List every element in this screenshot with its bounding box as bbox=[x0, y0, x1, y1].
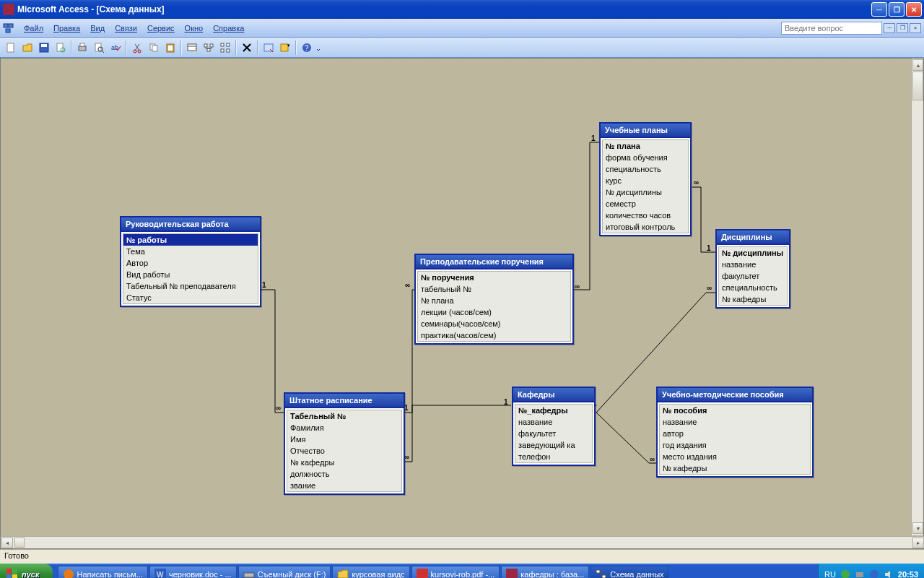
menu-view[interactable]: Вид bbox=[85, 22, 110, 34]
scroll-thumb[interactable] bbox=[912, 72, 923, 100]
minimize-button[interactable]: ─ bbox=[871, 2, 887, 17]
field[interactable]: № плана bbox=[418, 295, 570, 306]
clock[interactable]: 20:53 bbox=[898, 570, 918, 578]
table-prep[interactable]: Преподавательские поручения № поручения … bbox=[414, 254, 574, 345]
field[interactable]: заведующий ка bbox=[515, 439, 592, 451]
field[interactable]: название bbox=[515, 416, 592, 428]
field[interactable]: должность bbox=[287, 468, 401, 480]
field[interactable]: курс bbox=[603, 175, 688, 186]
table-title[interactable]: Штатное расписание bbox=[285, 394, 404, 408]
field[interactable]: № поручения bbox=[418, 272, 570, 283]
field[interactable]: Отчество bbox=[287, 445, 401, 457]
table-kaf[interactable]: Кафедры №_кафедры название факультет зав… bbox=[512, 387, 596, 466]
scroll-left-icon[interactable]: ◂ bbox=[1, 538, 13, 548]
field[interactable]: Имя bbox=[287, 434, 401, 445]
menu-edit[interactable]: Правка bbox=[48, 22, 85, 34]
copy-button[interactable] bbox=[146, 40, 162, 56]
field[interactable]: № плана bbox=[603, 140, 688, 152]
task-item[interactable]: Wчерновик.doc - ... bbox=[149, 566, 237, 578]
table-disc[interactable]: Дисциплины № дисциплины название факульт… bbox=[715, 229, 790, 309]
scroll-right-icon[interactable]: ▸ bbox=[912, 538, 924, 548]
field[interactable]: № дисциплины bbox=[603, 186, 688, 198]
task-item[interactable]: Съемный диск (F:) bbox=[238, 566, 331, 578]
menu-window[interactable]: Окно bbox=[180, 22, 209, 34]
field[interactable]: №_кафедры bbox=[515, 405, 592, 416]
task-item-active[interactable]: Схема данных bbox=[590, 566, 668, 578]
db-window-button[interactable]: ▾ bbox=[277, 40, 293, 56]
clear-layout-button[interactable] bbox=[261, 40, 276, 56]
field[interactable]: звание bbox=[287, 480, 401, 491]
table-title[interactable]: Учебно-методические пособия bbox=[658, 388, 812, 402]
volume-icon[interactable] bbox=[884, 569, 894, 578]
table-title[interactable]: Дисциплины bbox=[717, 230, 789, 245]
field[interactable]: № кафедры bbox=[660, 462, 810, 474]
scroll-up-icon[interactable]: ▴ bbox=[912, 59, 923, 71]
task-item[interactable]: kursovi-rob.pdf -... bbox=[411, 566, 500, 578]
field[interactable]: форма обучения bbox=[603, 152, 688, 163]
save-button[interactable] bbox=[36, 40, 52, 56]
field[interactable]: количество часов bbox=[603, 210, 688, 221]
horizontal-scrollbar[interactable]: ◂ ▸ bbox=[1, 536, 924, 548]
task-item[interactable]: Написать письм... bbox=[58, 566, 148, 578]
menu-relations[interactable]: Связи bbox=[110, 22, 142, 34]
field[interactable]: Табельный № bbox=[287, 410, 401, 422]
table-title[interactable]: Учебные планы bbox=[601, 124, 690, 138]
show-table-button[interactable]: + bbox=[184, 40, 200, 56]
field[interactable]: Статус bbox=[123, 292, 258, 303]
table-plan[interactable]: Учебные планы № плана форма обучения спе… bbox=[599, 122, 692, 236]
open-button[interactable] bbox=[19, 40, 35, 56]
show-direct-button[interactable] bbox=[201, 40, 217, 56]
scroll-down-icon[interactable]: ▾ bbox=[912, 522, 923, 534]
scroll-thumb-h[interactable] bbox=[14, 538, 25, 548]
field[interactable]: № кафедры bbox=[719, 293, 787, 305]
tray-icon[interactable] bbox=[869, 569, 879, 578]
help-button[interactable]: ? bbox=[299, 40, 315, 56]
toolbar-overflow[interactable] bbox=[315, 40, 321, 56]
vertical-scrollbar[interactable]: ▴ ▾ bbox=[911, 59, 923, 535]
task-item[interactable]: курсовая аидс bbox=[332, 566, 409, 578]
table-title[interactable]: Преподавательские поручения bbox=[416, 255, 572, 269]
spell-button[interactable]: ab bbox=[108, 40, 123, 56]
field[interactable]: № кафедры bbox=[287, 457, 401, 468]
field[interactable]: место издания bbox=[660, 451, 810, 462]
lang-indicator[interactable]: RU bbox=[824, 570, 836, 578]
field[interactable]: семинары(часов/сем) bbox=[418, 318, 570, 329]
field[interactable]: специальность bbox=[719, 282, 787, 293]
relationship-canvas[interactable]: 1 ∞ 1 ∞ ∞ 1 ∞ 1 ∞ 1 1 ∞ ∞ Руководительск… bbox=[0, 58, 924, 549]
tray-icon[interactable] bbox=[840, 569, 850, 578]
field[interactable]: Табельный № преподавателя bbox=[123, 280, 258, 292]
field[interactable]: название bbox=[660, 416, 810, 428]
search-file-button[interactable] bbox=[53, 40, 69, 56]
field[interactable]: итоговый контроль bbox=[603, 221, 688, 233]
delete-button[interactable] bbox=[239, 40, 255, 56]
mdi-minimize-button[interactable]: ─ bbox=[884, 23, 895, 33]
field[interactable]: практика(часов/сем) bbox=[418, 329, 570, 341]
system-tray[interactable]: RU 20:53 bbox=[818, 564, 924, 578]
menu-file[interactable]: Файл bbox=[19, 22, 48, 34]
field[interactable]: год издания bbox=[660, 439, 810, 451]
field[interactable]: телефон bbox=[515, 451, 592, 462]
field[interactable]: специальность bbox=[603, 163, 688, 175]
field[interactable]: название bbox=[719, 259, 787, 270]
table-posob[interactable]: Учебно-методические пособия № пособия на… bbox=[656, 387, 814, 478]
maximize-button[interactable]: ❐ bbox=[889, 2, 905, 17]
field[interactable]: Фамилия bbox=[287, 422, 401, 434]
show-all-button[interactable] bbox=[217, 40, 233, 56]
paste-button[interactable] bbox=[162, 40, 178, 56]
field[interactable]: № дисциплины bbox=[719, 247, 787, 259]
help-question-input[interactable] bbox=[781, 22, 882, 35]
field[interactable]: лекции (часов/сем) bbox=[418, 306, 570, 318]
menu-help[interactable]: Справка bbox=[208, 22, 249, 34]
field[interactable]: автор bbox=[660, 428, 810, 439]
field[interactable]: Вид работы bbox=[123, 269, 258, 280]
field[interactable]: факультет bbox=[719, 270, 787, 282]
cut-button[interactable] bbox=[129, 40, 145, 56]
field[interactable]: табельный № bbox=[418, 283, 570, 295]
print-button[interactable] bbox=[74, 40, 90, 56]
task-item[interactable]: кафедры : база... bbox=[501, 566, 589, 578]
field[interactable]: № работы bbox=[123, 234, 258, 246]
mdi-restore-button[interactable]: ❐ bbox=[897, 23, 908, 33]
field[interactable]: семестр bbox=[603, 198, 688, 210]
close-button[interactable]: ✕ bbox=[906, 2, 922, 17]
field[interactable]: Тема bbox=[123, 246, 258, 257]
